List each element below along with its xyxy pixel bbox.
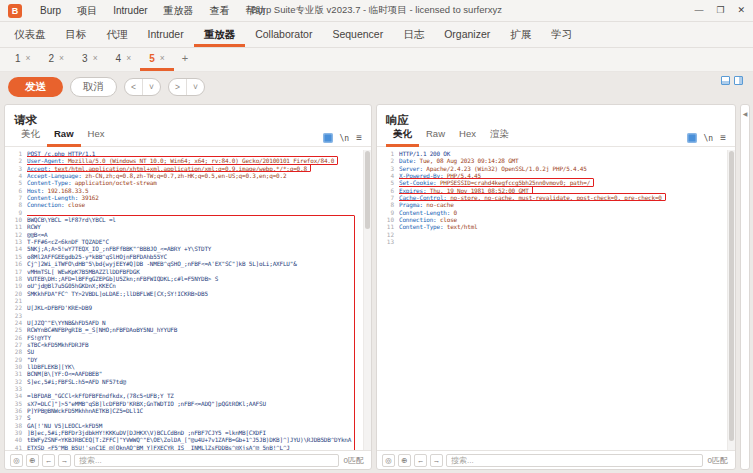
back-arrow-icon[interactable]: <	[125, 79, 143, 95]
response-viewtab-2[interactable]: Hex	[452, 128, 483, 147]
request-editor[interactable]: 1234567891011121314151617181920212223242…	[5, 147, 371, 450]
close-tab-icon[interactable]: ×	[160, 53, 165, 63]
forward-dropdown-icon[interactable]: ˅	[187, 79, 204, 95]
history-forward-button[interactable]: > ˅	[168, 78, 205, 96]
layout-vertical-icon[interactable]	[734, 76, 743, 85]
syntax-highlight-icon[interactable]	[687, 133, 697, 143]
editor-menu-icon[interactable]: ≡	[720, 133, 726, 143]
response-scrollbar[interactable]	[727, 150, 735, 450]
previous-match-icon[interactable]: ←	[42, 454, 55, 467]
request-line	[27, 385, 363, 392]
previous-match-icon[interactable]: ←	[414, 454, 427, 467]
newline-toggle-icon[interactable]: \n	[704, 134, 714, 143]
close-icon[interactable]: ✕	[737, 0, 745, 21]
repeater-tab-3[interactable]: 3×	[73, 48, 107, 71]
main-tab-7[interactable]: 日志	[393, 22, 434, 47]
request-line: =lBFDAB_"GCCl<kFfDFBFEndfkdx,(78c5<UFB;Y…	[27, 392, 363, 399]
cancel-button[interactable]: 取消	[70, 77, 117, 97]
send-button[interactable]: 发送	[8, 77, 63, 97]
response-line	[399, 238, 727, 245]
response-search-input[interactable]	[446, 454, 703, 467]
minimize-icon[interactable]: —	[694, 0, 703, 21]
request-viewtab-0[interactable]: 美化	[14, 128, 47, 147]
main-tab-2[interactable]: 代理	[97, 22, 138, 47]
repeater-tab-5[interactable]: 5×	[140, 48, 174, 71]
response-line: HTTP/1.1 200 OK	[399, 150, 727, 157]
request-search-input[interactable]	[74, 454, 339, 467]
request-line	[27, 297, 363, 304]
main-tab-8[interactable]: Organizer	[434, 22, 500, 47]
main-tab-10[interactable]: 学习	[541, 22, 582, 47]
close-tab-icon[interactable]: ×	[93, 53, 98, 63]
request-line: RCWY	[27, 223, 363, 230]
editor-menu-icon[interactable]: ≡	[356, 133, 362, 143]
maximize-icon[interactable]: ❐	[716, 0, 724, 21]
repeater-toolbar: 发送 取消 < ˅ > ˅	[0, 72, 753, 102]
request-line: S]ec,5#i;FBFSL:h5=AFD_NF57td@	[27, 378, 363, 385]
request-line: "DY	[27, 356, 363, 363]
response-view-tabs: 美化RawHex渲染 \n ≡	[377, 128, 735, 147]
next-match-icon[interactable]: →	[58, 454, 71, 467]
request-line-numbers: 1234567891011121314151617181920212223242…	[5, 150, 27, 450]
response-line: X-Powered-By: PHP/5.4.45	[399, 172, 727, 179]
main-tab-5[interactable]: Collaborator	[245, 22, 322, 47]
response-search-icons: ◎⊕←→	[382, 454, 443, 467]
request-viewtab-2[interactable]: Hex	[81, 128, 112, 147]
request-line: VUTEB\DH:;AFD=lBFFgGZEPGb]U5Zkn;nFBFWIQD…	[27, 275, 363, 282]
main-tab-1[interactable]: 目标	[56, 22, 97, 47]
search-settings-icon[interactable]: ◎	[382, 454, 395, 467]
response-line: Expires: Thu, 19 Nov 1981 08:52:00 GMT	[399, 187, 727, 194]
main-tab-3[interactable]: Intruder	[138, 22, 194, 47]
newline-toggle-icon[interactable]: \n	[340, 134, 350, 143]
request-viewtab-1[interactable]: Raw	[47, 128, 81, 147]
forward-arrow-icon[interactable]: >	[169, 79, 187, 95]
request-line: P]YPB@BNWckFD5MkhhnAETKB]CZ5=DLl1C	[27, 407, 363, 414]
inspector-expand-icon[interactable]: ◀	[743, 110, 748, 117]
back-dropdown-icon[interactable]: ˅	[143, 79, 160, 95]
close-tab-icon[interactable]: ×	[59, 53, 64, 63]
response-panel: 响应 美化RawHex渲染 \n ≡ 12345678910111213 HTT…	[376, 104, 736, 470]
search-settings-icon[interactable]: ◎	[10, 454, 23, 467]
response-editor[interactable]: 12345678910111213 HTTP/1.1 200 OKDate: T…	[377, 147, 735, 450]
search-add-icon[interactable]: ⊕	[26, 454, 39, 467]
close-tab-icon[interactable]: ×	[126, 53, 131, 63]
request-line	[27, 209, 363, 216]
repeater-tab-1[interactable]: 1×	[6, 48, 40, 71]
repeater-tab-4[interactable]: 4×	[107, 48, 141, 71]
layout-horizontal-icon[interactable]	[721, 76, 730, 85]
request-search-icons: ◎⊕←→	[10, 454, 71, 467]
next-match-icon[interactable]: →	[430, 454, 443, 467]
response-match-count: 0匹配	[706, 455, 730, 466]
menu-item-3[interactable]: 重放器	[156, 0, 202, 21]
add-tab-button[interactable]: +	[174, 48, 196, 71]
history-back-button[interactable]: < ˅	[124, 78, 161, 96]
search-add-icon[interactable]: ⊕	[398, 454, 411, 467]
request-line: SMKkhFDA"FC^ TY>2VBDL]oLDAE:;llDBFLWE[CX…	[27, 290, 363, 297]
main-tab-9[interactable]: 扩展	[500, 22, 541, 47]
titlebar: B Burp项目Intruder重放器查看帮助 Burp Suite专业版 v2…	[0, 0, 753, 22]
scrollbar-thumb[interactable]	[365, 151, 370, 229]
main-tab-6[interactable]: Sequencer	[322, 22, 393, 47]
repeater-tab-2[interactable]: 2×	[40, 48, 74, 71]
request-scrollbar[interactable]	[363, 150, 371, 450]
menu-item-4[interactable]: 查看	[202, 0, 238, 21]
request-code: POST /c.php HTTP/1.1User-Agent: Mozilla/…	[27, 150, 363, 450]
menu-item-1[interactable]: 项目	[69, 0, 105, 21]
response-viewtab-1[interactable]: Raw	[419, 128, 452, 147]
menu-item-2[interactable]: Intruder	[105, 0, 155, 21]
menu-item-5[interactable]: 帮助	[238, 0, 274, 21]
inspector-collapsed-strip[interactable]: ◀	[740, 104, 750, 470]
main-tab-0[interactable]: 仪表盘	[4, 22, 56, 47]
request-panel-title: 请求	[14, 114, 37, 126]
request-line: BCNM[B\[YF:O<=AAFDBEB"	[27, 370, 363, 377]
response-viewtab-3[interactable]: 渲染	[483, 128, 516, 147]
menu-bar: Burp项目Intruder重放器查看帮助	[32, 0, 274, 21]
scrollbar-thumb[interactable]	[729, 151, 734, 441]
response-viewtab-0[interactable]: 美化	[386, 128, 419, 147]
close-tab-icon[interactable]: ×	[26, 53, 31, 63]
menu-item-0[interactable]: Burp	[32, 0, 69, 21]
syntax-highlight-icon[interactable]	[323, 133, 333, 143]
request-tabs-holder: 美化RawHex	[14, 128, 111, 146]
response-panel-title: 响应	[386, 114, 409, 126]
main-tab-4[interactable]: 重放器	[194, 22, 246, 47]
